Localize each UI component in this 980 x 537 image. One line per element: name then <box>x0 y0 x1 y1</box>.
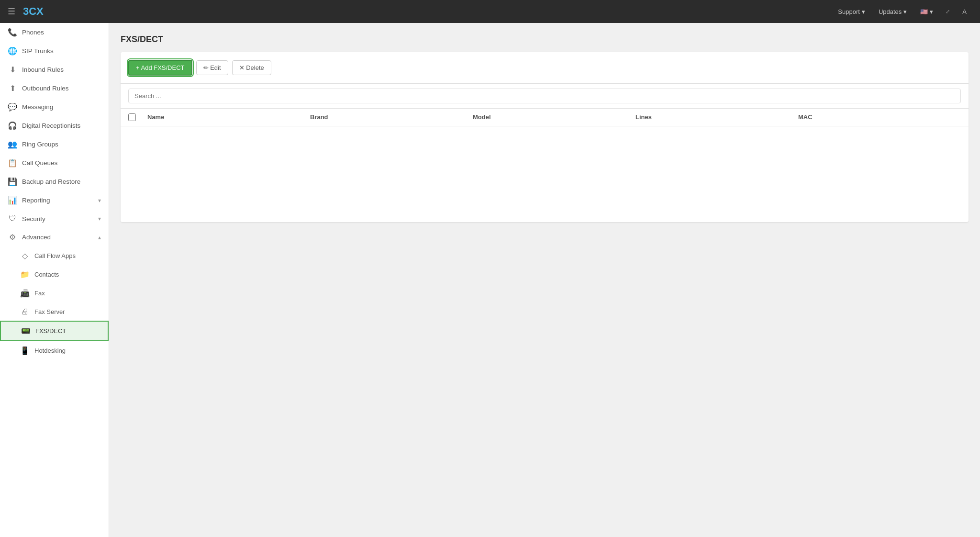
sidebar-item-advanced[interactable]: ⚙ Advanced ▴ <box>0 228 109 246</box>
messaging-icon: 💬 <box>8 102 17 112</box>
select-all-col <box>128 113 147 121</box>
sidebar-label: Ring Groups <box>22 141 101 148</box>
sidebar-item-inbound-rules[interactable]: ⬇ Inbound Rules <box>0 60 109 79</box>
sidebar-item-sip-trunks[interactable]: 🌐 SIP Trunks <box>0 42 109 60</box>
hotdesking-icon: 📱 <box>20 346 30 355</box>
sidebar-item-backup-restore[interactable]: 💾 Backup and Restore <box>0 172 109 191</box>
phones-icon: 📞 <box>8 28 17 37</box>
col-lines: Lines <box>635 113 798 121</box>
support-menu[interactable]: Support ▾ <box>832 5 871 18</box>
table-body <box>121 126 969 222</box>
reporting-icon: 📊 <box>8 196 17 205</box>
digital-receptionists-icon: 🎧 <box>8 121 17 130</box>
sidebar-item-digital-receptionists[interactable]: 🎧 Digital Receptionists <box>0 116 109 135</box>
fax-icon: 📠 <box>20 289 30 298</box>
backup-restore-icon: 💾 <box>8 177 17 186</box>
sidebar-label: Outbound Rules <box>22 85 101 92</box>
sidebar-label: Reporting <box>22 197 93 204</box>
sidebar-item-contacts[interactable]: 📁 Contacts <box>0 265 109 284</box>
fax-server-icon: 🖨 <box>20 307 30 316</box>
sidebar-label: Security <box>22 215 93 223</box>
sidebar-label: Call Flow Apps <box>34 252 101 259</box>
logo: 3CX <box>23 5 44 18</box>
sidebar-label: Call Queues <box>22 159 101 167</box>
sidebar-item-outbound-rules[interactable]: ⬆ Outbound Rules <box>0 79 109 98</box>
main-content: FXS/DECT + Add FXS/DECT ✏ Edit ✕ Delete … <box>109 23 980 537</box>
sidebar-item-fxs-dect[interactable]: 📟 FXS/DECT <box>0 321 109 341</box>
sidebar-item-fax-server[interactable]: 🖨 Fax Server <box>0 302 109 321</box>
sidebar-label: Digital Receptionists <box>22 122 101 129</box>
fxs-dect-icon: 📟 <box>21 326 31 336</box>
nav-links: Support ▾ Updates ▾ 🇺🇸 ▾ ⤢ A <box>832 5 972 18</box>
contacts-icon: 📁 <box>20 270 30 279</box>
select-all-checkbox[interactable] <box>128 113 136 121</box>
security-icon: 🛡 <box>8 214 17 223</box>
content-card: + Add FXS/DECT ✏ Edit ✕ Delete Name Bran… <box>121 52 969 222</box>
expand-button[interactable]: ⤢ <box>941 6 955 18</box>
add-fxs-dect-button[interactable]: + Add FXS/DECT <box>128 60 192 76</box>
col-mac: MAC <box>798 113 961 121</box>
call-flow-apps-icon: ◇ <box>20 251 30 260</box>
sidebar-label: FXS/DECT <box>35 327 100 335</box>
sidebar-item-call-flow-apps[interactable]: ◇ Call Flow Apps <box>0 246 109 265</box>
ring-groups-icon: 👥 <box>8 140 17 149</box>
sidebar-label: Fax Server <box>34 308 101 315</box>
sidebar-label: SIP Trunks <box>22 47 101 55</box>
inbound-rules-icon: ⬇ <box>8 65 17 74</box>
app-body: 📞 Phones 🌐 SIP Trunks ⬇ Inbound Rules ⬆ … <box>0 23 980 537</box>
col-brand: Brand <box>310 113 473 121</box>
chevron-down-icon: ▾ <box>98 197 101 204</box>
page-title: FXS/DECT <box>121 34 969 45</box>
sidebar-label: Fax <box>34 290 101 297</box>
sidebar-label: Messaging <box>22 103 101 111</box>
sidebar-item-ring-groups[interactable]: 👥 Ring Groups <box>0 135 109 154</box>
col-model: Model <box>473 113 635 121</box>
updates-menu[interactable]: Updates ▾ <box>873 5 913 18</box>
toolbar: + Add FXS/DECT ✏ Edit ✕ Delete <box>121 52 969 84</box>
search-input[interactable] <box>128 89 961 103</box>
sidebar-item-phones[interactable]: 📞 Phones <box>0 23 109 42</box>
outbound-rules-icon: ⬆ <box>8 84 17 93</box>
edit-button[interactable]: ✏ Edit <box>196 60 228 75</box>
delete-button[interactable]: ✕ Delete <box>232 60 271 75</box>
chevron-up-icon: ▴ <box>98 234 101 241</box>
user-menu[interactable]: A <box>957 5 972 18</box>
flag-icon: 🇺🇸 <box>920 8 928 15</box>
sidebar-item-reporting[interactable]: 📊 Reporting ▾ <box>0 191 109 210</box>
col-name: Name <box>147 113 310 121</box>
sidebar-label: Contacts <box>34 271 101 278</box>
sidebar-label: Hotdesking <box>34 347 101 354</box>
sidebar-label: Backup and Restore <box>22 178 101 185</box>
search-area <box>121 84 969 109</box>
advanced-icon: ⚙ <box>8 233 17 242</box>
sidebar-item-fax[interactable]: 📠 Fax <box>0 284 109 302</box>
sidebar-label: Inbound Rules <box>22 66 101 73</box>
table-header: Name Brand Model Lines MAC <box>121 109 969 126</box>
sidebar-item-call-queues[interactable]: 📋 Call Queues <box>0 154 109 172</box>
sip-trunks-icon: 🌐 <box>8 46 17 56</box>
sidebar-label: Advanced <box>22 234 93 241</box>
sidebar-item-hotdesking[interactable]: 📱 Hotdesking <box>0 341 109 360</box>
sidebar-label: Phones <box>22 29 101 36</box>
hamburger-icon[interactable]: ☰ <box>8 6 15 17</box>
chevron-down-icon: ▾ <box>98 215 101 222</box>
sidebar: 📞 Phones 🌐 SIP Trunks ⬇ Inbound Rules ⬆ … <box>0 23 109 537</box>
language-menu[interactable]: 🇺🇸 ▾ <box>914 5 939 18</box>
sidebar-item-messaging[interactable]: 💬 Messaging <box>0 98 109 116</box>
call-queues-icon: 📋 <box>8 158 17 168</box>
top-nav: ☰ 3CX Support ▾ Updates ▾ 🇺🇸 ▾ ⤢ A <box>0 0 980 23</box>
sidebar-item-security[interactable]: 🛡 Security ▾ <box>0 210 109 228</box>
